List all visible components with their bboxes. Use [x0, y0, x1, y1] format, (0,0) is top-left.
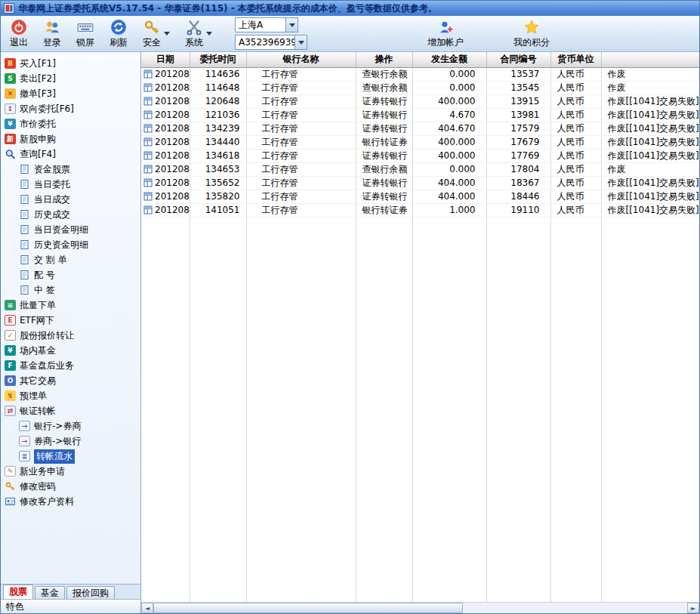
sidebar-item-label: 批量下单 [20, 299, 56, 312]
table-cell: 18446 [486, 190, 550, 203]
chevron-down-icon[interactable] [164, 32, 170, 35]
tab-stocks[interactable]: 股票 [3, 585, 33, 599]
sidebar-item-query[interactable]: 查询[F4] [1, 147, 140, 162]
sidebar-item-new-business[interactable]: ✎新业务申请 [1, 464, 140, 479]
market-select[interactable]: 上海A [235, 17, 298, 32]
sidebar-item-history-fund-detail[interactable]: 历史资金明细 [1, 237, 140, 252]
sidebar-item-dual-order[interactable]: ↕双向委托[F6] [1, 101, 140, 116]
sidebar-item-sell[interactable]: S卖出[F2] [1, 71, 140, 86]
login-button-label: 登录 [43, 36, 61, 49]
table-cell: 人民币 [550, 81, 601, 94]
sidebar-item-label: 修改密码 [20, 480, 56, 493]
column-header-7[interactable] [601, 52, 699, 67]
table-row[interactable]: 20120821114648工行存管查银行余额0.00013545人民币作废 [141, 81, 699, 94]
column-header-1[interactable]: 委托时间 [190, 52, 246, 67]
sidebar-item-share-quote-transfer[interactable]: ✓股份报价转让 [1, 328, 140, 343]
key-icon [5, 481, 16, 492]
table-row[interactable]: 20120821134239工行存管证券转银行404.67017579人民币作废… [141, 122, 699, 135]
sidebar-item-label: 预埋单 [20, 390, 47, 403]
sidebar-item-cancel-order[interactable]: ✕撤单[F3] [1, 86, 140, 101]
exit-button[interactable]: 退出 [7, 17, 31, 51]
new-biz-icon: ✎ [5, 466, 16, 477]
sidebar-item-other-trade[interactable]: O其它交易 [1, 373, 140, 388]
column-header-5[interactable]: 合同编号 [486, 52, 550, 67]
sidebar-item-exchange-fund[interactable]: ¥场内基金 [1, 343, 140, 358]
refresh-button-label: 刷新 [109, 36, 128, 49]
sidebar-item-bank-transfer[interactable]: ⇄银证转帐 [1, 403, 140, 418]
security-button[interactable]: 安全 [140, 17, 173, 51]
table-cell: 工行存管 [246, 108, 356, 122]
table-cell: 工行存管 [246, 203, 356, 217]
sidebar-item-edit-profile[interactable]: 修改客户资料 [1, 494, 140, 509]
sidebar-item-fund-stock[interactable]: 资金股票 [1, 162, 140, 177]
sidebar-item-ipo-subscribe[interactable]: 新新股申购 [1, 131, 140, 147]
chevron-down-icon[interactable] [294, 35, 307, 49]
table-cell: 证券转银行 [356, 108, 412, 122]
chevron-down-icon[interactable] [206, 32, 212, 35]
table-cell: 作废[[1041]交易失败] [601, 149, 699, 162]
bank-broker-icon: → [19, 421, 30, 431]
table-row[interactable]: 20120821134653工行存管查银行余额0.00017804人民币作废 [141, 162, 699, 176]
sidebar-item-label: 历史资金明细 [34, 239, 88, 251]
lock-screen-button[interactable]: 锁屏 [73, 17, 97, 51]
table-row[interactable]: 20120821141051工行存管银行转证券1.00019110人民币作废[[… [141, 203, 699, 217]
sidebar-item-label: 修改客户资料 [20, 495, 74, 508]
sidebar-item-lottery-hit[interactable]: 中 签 [1, 282, 140, 298]
add-account-button[interactable]: 增加帐户 [424, 17, 467, 51]
sidebar-item-bank-to-broker[interactable]: →银行->券商 [1, 418, 140, 434]
scroll-right-button[interactable]: ► [687, 603, 699, 613]
sidebar-item-history-deals[interactable]: 历史成交 [1, 207, 140, 222]
horizontal-scrollbar[interactable]: ◄ ► [141, 602, 699, 613]
table-cell: 20120821 [141, 162, 190, 176]
power-icon [11, 19, 27, 35]
sidebar-item-buy[interactable]: B买入[F1] [1, 56, 140, 71]
sidebar-item-today-deals[interactable]: 当日成交 [1, 192, 140, 207]
profile-icon [5, 496, 16, 507]
sidebar-item-label: 银行->券商 [34, 420, 81, 433]
dual-order-icon: ↕ [5, 103, 16, 114]
table-row[interactable]: 20120821134618工行存管证券转银行400.00017769人民币作废… [141, 149, 699, 162]
sidebar-item-pre-order[interactable]: ↯预埋单 [1, 388, 140, 403]
sidebar-item-etf-offline[interactable]: EETF网下 [1, 313, 140, 328]
column-header-3[interactable]: 操作 [356, 52, 412, 67]
sidebar-item-today-fund-detail[interactable]: 当日资金明细 [1, 222, 140, 237]
tab-quote-repo[interactable]: 报价回购 [66, 586, 115, 599]
fund-after-icon: F [5, 360, 16, 371]
table-row[interactable]: 20120821120648工行存管证券转银行400.00013915人民币作废… [141, 94, 699, 108]
column-header-0[interactable]: 日期 [141, 52, 190, 67]
scrollbar-thumb[interactable] [153, 603, 463, 613]
sidebar-item-fund-after-hours[interactable]: F基金盘后业务 [1, 358, 140, 373]
chevron-down-icon[interactable] [285, 18, 298, 32]
column-header-6[interactable]: 货币单位 [550, 52, 601, 67]
table-cell: 银行转证券 [356, 203, 412, 217]
my-points-button[interactable]: 我的积分 [510, 17, 553, 51]
sidebar-item-delivery-note[interactable]: 交 割 单 [1, 252, 140, 267]
login-button[interactable]: 登录 [40, 17, 64, 51]
sidebar-item-label: 银证转帐 [20, 405, 56, 418]
market-select-value: 上海A [236, 19, 285, 32]
table-row[interactable]: 20120821121036工行存管证券转银行4.67013981人民币作废[[… [141, 108, 699, 122]
table-row[interactable]: 20120821135652工行存管证券转银行404.00018367人民币作废… [141, 176, 699, 190]
sidebar-item-market-order[interactable]: ¥市价委托 [1, 116, 140, 131]
table-row[interactable]: 20120821114636工行存管查银行余额0.00013537人民币作废 [141, 67, 699, 81]
sidebar-item-transfer-flow[interactable]: ≣转帐流水 [1, 449, 140, 464]
sidebar-item-change-password[interactable]: 修改密码 [1, 479, 140, 494]
batch-icon: ≡ [5, 300, 16, 310]
table-row[interactable]: 20120821135820工行存管证券转银行404.00018446人民币作废… [141, 190, 699, 203]
refresh-button[interactable]: 刷新 [106, 17, 131, 51]
sidebar-item-today-orders[interactable]: 当日委托 [1, 177, 140, 192]
sidebar-item-batch-order[interactable]: ≡批量下单 [1, 298, 140, 313]
tab-funds[interactable]: 基金 [35, 586, 65, 599]
sidebar-item-broker-to-bank[interactable]: →券商->银行 [1, 434, 140, 449]
table-row[interactable]: 20120821134440工行存管银行转证券400.00017679人民币作废… [141, 135, 699, 149]
sidebar-item-label: 市价委托 [20, 118, 56, 131]
panel-footer-tese[interactable]: 特色 [1, 600, 140, 613]
content-area: 日期委托时间银行名称操作发生金额合同编号货币单位20120821114636工行… [141, 52, 699, 613]
column-header-2[interactable]: 银行名称 [246, 52, 356, 67]
sidebar-item-allot-number[interactable]: 配 号 [1, 267, 140, 282]
account-select[interactable]: A352396939 [235, 35, 307, 50]
scrollbar-track[interactable] [153, 603, 687, 613]
column-header-4[interactable]: 发生金额 [412, 52, 486, 67]
scroll-left-button[interactable]: ◄ [141, 603, 153, 613]
system-button[interactable]: 系统 [182, 17, 215, 51]
